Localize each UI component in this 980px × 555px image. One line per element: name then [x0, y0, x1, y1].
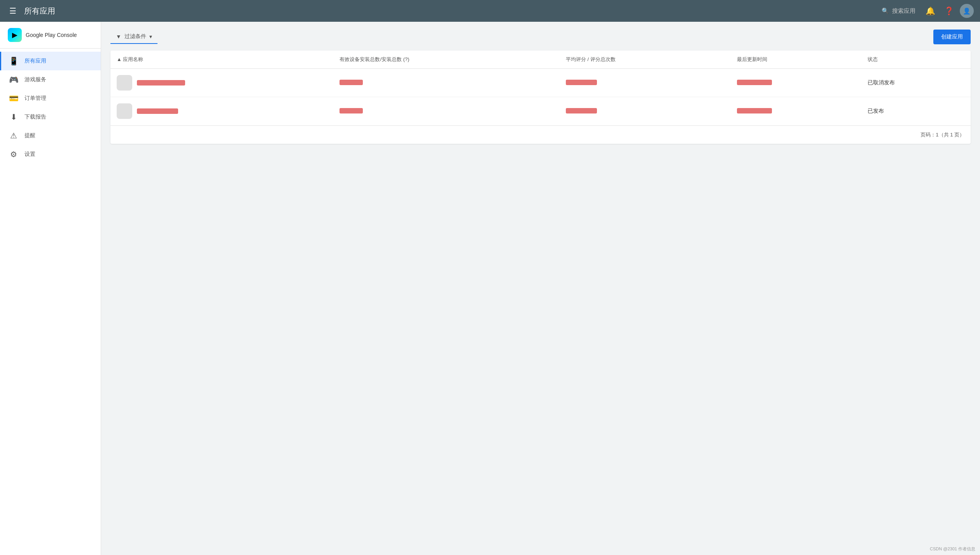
sidebar-label-game-services: 游戏服务 [24, 76, 46, 83]
logo-text: Google Play Console [26, 32, 77, 38]
status-badge-1: 已发布 [868, 108, 884, 114]
header-left: ☰ 所有应用 [6, 3, 55, 19]
search-area[interactable]: 🔍 搜索应用 [878, 5, 919, 17]
search-icon: 🔍 [882, 7, 889, 14]
sidebar-item-game-services[interactable]: 🎮 游戏服务 [0, 70, 101, 89]
filter-icon: ▼ [116, 33, 121, 40]
filter-label: 过滤条件 [124, 33, 146, 40]
avatar[interactable]: 👤 [960, 4, 974, 18]
sidebar-label-alerts: 提醒 [24, 132, 35, 139]
installs-cell-1 [333, 97, 559, 126]
col-header-last-updated: 最后更新时间 [731, 51, 861, 69]
sidebar-icon-settings: ⚙ [9, 150, 18, 159]
col-header-rating: 平均评分 / 评分总次数 [560, 51, 731, 69]
avatar-icon: 👤 [963, 7, 971, 15]
table-header-row: ▲ 应用名称有效设备安装总数/安装总数 (?)平均评分 / 评分总次数最后更新时… [110, 51, 971, 69]
last-updated-redacted-1 [737, 108, 772, 113]
app-icon-1 [117, 103, 132, 119]
app-name-cell-0 [110, 69, 333, 97]
status-cell-0: 已取消发布 [861, 69, 971, 97]
sidebar-label-order-management: 订单管理 [24, 95, 46, 102]
table-body: 已取消发布 已发布 [110, 69, 971, 126]
sidebar-item-settings[interactable]: ⚙ 设置 [0, 145, 101, 164]
help-button[interactable]: ❓ [941, 3, 957, 19]
notification-icon: 🔔 [926, 6, 935, 16]
sidebar-item-all-apps[interactable]: 📱 所有应用 [0, 52, 101, 70]
sidebar-icon-alerts: ⚠ [9, 131, 18, 140]
search-label: 搜索应用 [892, 7, 915, 15]
installs-cell-0 [333, 69, 559, 97]
sidebar-icon-game-services: 🎮 [9, 75, 18, 84]
table-row: 已取消发布 [110, 69, 971, 97]
sidebar: ▶ Google Play Console 📱 所有应用 🎮 游戏服务 💳 订单… [0, 22, 101, 555]
pagination-text: 页码：1（共 1 页） [920, 131, 964, 138]
sidebar-label-settings: 设置 [24, 151, 35, 158]
help-icon: ❓ [944, 6, 954, 16]
logo-icon: ▶ [8, 28, 22, 42]
sidebar-item-download-report[interactable]: ⬇ 下载报告 [0, 108, 101, 126]
notification-button[interactable]: 🔔 [922, 3, 938, 19]
header-right: 🔍 搜索应用 🔔 ❓ 👤 [878, 3, 974, 19]
header: ☰ 所有应用 🔍 搜索应用 🔔 ❓ 👤 [0, 0, 980, 22]
toolbar: ▼ 过滤条件 ▾ 创建应用 [110, 30, 971, 44]
sidebar-icon-download-report: ⬇ [9, 112, 18, 122]
sidebar-icon-all-apps: 📱 [9, 56, 18, 66]
col-header-app-name[interactable]: ▲ 应用名称 [110, 51, 333, 69]
main-content: ▼ 过滤条件 ▾ 创建应用 ▲ 应用名称有效设备安装总数/安装总数 (?)平均评… [101, 22, 980, 555]
status-badge-0: 已取消发布 [868, 79, 895, 86]
rating-cell-1 [560, 97, 731, 126]
sidebar-icon-order-management: 💳 [9, 94, 18, 103]
apps-table: ▲ 应用名称有效设备安装总数/安装总数 (?)平均评分 / 评分总次数最后更新时… [110, 51, 971, 126]
filter-button[interactable]: ▼ 过滤条件 ▾ [110, 30, 158, 44]
table-row: 已发布 [110, 97, 971, 126]
table-container: ▲ 应用名称有效设备安装总数/安装总数 (?)平均评分 / 评分总次数最后更新时… [110, 51, 971, 144]
rating-cell-0 [560, 69, 731, 97]
hamburger-button[interactable]: ☰ [6, 3, 19, 19]
last-updated-cell-1 [731, 97, 861, 126]
installs-redacted-1 [340, 108, 363, 113]
layout: ▶ Google Play Console 📱 所有应用 🎮 游戏服务 💳 订单… [0, 22, 980, 555]
col-header-installs: 有效设备安装总数/安装总数 (?) [333, 51, 559, 69]
rating-redacted-0 [566, 80, 597, 85]
sidebar-logo: ▶ Google Play Console [0, 22, 101, 49]
sidebar-label-download-report: 下载报告 [24, 113, 46, 120]
table-header: ▲ 应用名称有效设备安装总数/安装总数 (?)平均评分 / 评分总次数最后更新时… [110, 51, 971, 69]
last-updated-cell-0 [731, 69, 861, 97]
last-updated-redacted-0 [737, 80, 772, 85]
sidebar-item-order-management[interactable]: 💳 订单管理 [0, 89, 101, 108]
app-name-cell-1 [110, 97, 333, 126]
hamburger-icon: ☰ [9, 7, 16, 15]
pagination: 页码：1（共 1 页） [110, 126, 971, 144]
logo-emoji: ▶ [12, 31, 18, 39]
app-name-redacted-1 [137, 108, 178, 114]
sidebar-label-all-apps: 所有应用 [24, 58, 46, 65]
installs-redacted-0 [340, 80, 363, 85]
filter-chevron-icon: ▾ [149, 33, 152, 40]
sidebar-item-alerts[interactable]: ⚠ 提醒 [0, 126, 101, 145]
create-app-button[interactable]: 创建应用 [933, 30, 971, 44]
sidebar-nav: 📱 所有应用 🎮 游戏服务 💳 订单管理 ⬇ 下载报告 ⚠ 提醒 ⚙ 设置 [0, 49, 101, 167]
watermark: CSDN @2301 作者信息 [930, 546, 975, 552]
page-title: 所有应用 [24, 6, 55, 16]
status-cell-1: 已发布 [861, 97, 971, 126]
app-name-redacted-0 [137, 80, 185, 86]
col-header-status: 状态 [861, 51, 971, 69]
rating-redacted-1 [566, 108, 597, 113]
app-icon-0 [117, 75, 132, 91]
